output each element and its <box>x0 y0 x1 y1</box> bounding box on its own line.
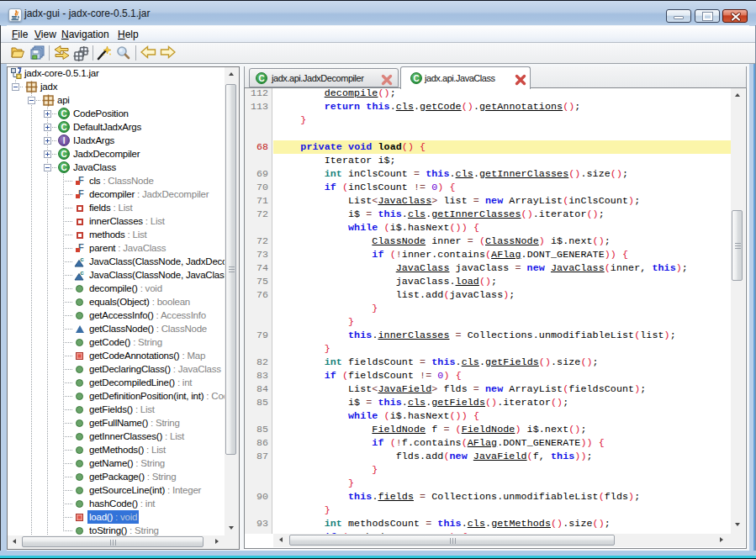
svg-text:c: c <box>80 269 84 277</box>
svg-text:c: c <box>80 256 84 263</box>
